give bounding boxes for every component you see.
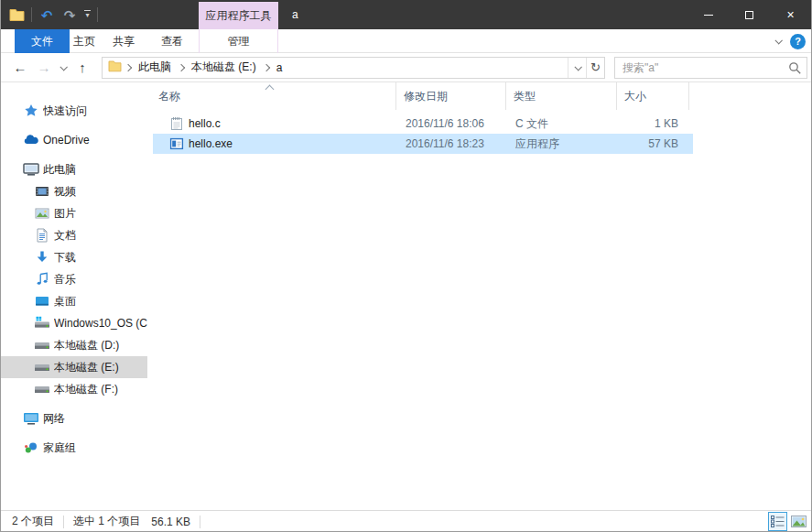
explorer-window: ↶ ↷ ▾ 应用程序工具 a × 文件 主页 共享 查看 管理 ? ← → ↑ — [0, 0, 812, 532]
folder-icon[interactable] — [8, 4, 25, 26]
sidebar-item[interactable]: 本地磁盘 (E:) — [1, 356, 147, 378]
tab-view[interactable]: 查看 — [152, 29, 192, 53]
documents-icon — [34, 228, 50, 243]
drive-icon — [34, 360, 50, 375]
statusbar-separator — [63, 516, 64, 528]
file-date: 2016/11/6 18:23 — [396, 137, 506, 150]
homegroup-icon — [23, 440, 39, 455]
sidebar-item-label: 桌面 — [54, 294, 76, 309]
breadcrumb-chevron-icon — [178, 63, 185, 71]
sidebar-item[interactable]: 音乐 — [1, 268, 147, 290]
breadcrumb-this-pc[interactable]: 此电脑 — [135, 60, 175, 75]
file-row[interactable]: hello.c 2016/11/6 18:06 C 文件 1 KB — [153, 114, 693, 134]
file-size: 1 KB — [617, 117, 684, 130]
undo-icon[interactable]: ↶ — [38, 4, 55, 26]
toolbar-separator — [31, 7, 32, 22]
sidebar-item[interactable]: 视频 — [1, 180, 147, 202]
sidebar-item[interactable]: OneDrive — [1, 129, 147, 151]
star-icon — [23, 103, 39, 118]
sidebar-item[interactable]: 下载 — [1, 246, 147, 268]
sidebar-item-label: 下载 — [54, 250, 76, 266]
tab-home[interactable]: 主页 — [64, 29, 104, 53]
sidebar-item-label: 图片 — [54, 206, 76, 222]
sidebar-item[interactable]: 网络 — [1, 407, 147, 429]
drive-icon — [34, 338, 50, 353]
column-header-type[interactable]: 类型 — [506, 82, 617, 110]
sidebar-item[interactable]: 此电脑 — [1, 158, 147, 180]
file-name: hello.exe — [189, 137, 233, 150]
videos-icon — [34, 184, 50, 199]
search-box — [614, 57, 807, 79]
close-button[interactable]: × — [770, 0, 811, 29]
file-type: C 文件 — [506, 116, 617, 132]
downloads-icon — [34, 250, 50, 265]
network-icon — [23, 411, 39, 426]
refresh-icon[interactable]: ↻ — [586, 58, 604, 78]
sidebar-item[interactable]: Windows10_OS (C:) — [1, 312, 147, 334]
file-type: 应用程序 — [506, 136, 617, 152]
file-name: hello.c — [189, 117, 221, 130]
sidebar-item-label: 视频 — [54, 184, 76, 200]
maximize-icon — [745, 11, 753, 19]
sidebar-item-label: 此电脑 — [43, 162, 76, 178]
exe-file-icon — [169, 136, 184, 151]
ribbon-collapse-chevron-icon[interactable] — [774, 37, 782, 44]
forward-button[interactable]: → — [32, 56, 56, 80]
thumbnails-view-button[interactable] — [789, 512, 808, 531]
redo-icon[interactable]: ↷ — [61, 4, 78, 26]
navigation-pane: 快速访问 OneDrive 此电脑 视频 图片 文档 下载 音乐 桌面 Wind… — [1, 82, 147, 510]
titlebar: ↶ ↷ ▾ 应用程序工具 a × — [1, 0, 811, 29]
tab-manage[interactable]: 管理 — [199, 29, 278, 53]
maximize-button[interactable] — [729, 0, 770, 29]
sidebar-item[interactable]: 图片 — [1, 202, 147, 224]
column-header-date[interactable]: 修改日期 — [396, 82, 506, 110]
sidebar-item[interactable]: 家庭组 — [1, 437, 147, 459]
customize-toolbar-dropdown-icon[interactable]: ▾ — [84, 10, 91, 19]
context-tab-application-tools[interactable]: 应用程序工具 — [199, 2, 278, 29]
tab-file[interactable]: 文件 — [15, 29, 70, 53]
os-drive-icon — [34, 316, 50, 331]
selected-count: 选中 1 个项目 — [73, 514, 140, 529]
drive-icon — [34, 382, 50, 396]
pictures-icon — [34, 206, 50, 221]
column-header-name[interactable]: 名称 — [155, 82, 396, 110]
desktop-icon — [34, 294, 50, 309]
breadcrumb-drive-e[interactable]: 本地磁盘 (E:) — [188, 60, 260, 75]
computer-icon — [23, 162, 39, 177]
tab-share[interactable]: 共享 — [103, 29, 144, 53]
toolbar-separator — [97, 7, 98, 22]
window-controls: × — [687, 0, 811, 29]
column-header-size[interactable]: 大小 — [617, 82, 689, 110]
file-row[interactable]: hello.exe 2016/11/6 18:23 应用程序 57 KB — [153, 134, 693, 154]
address-bar[interactable]: 此电脑 本地磁盘 (E:) a ↻ — [102, 57, 605, 79]
sidebar-item-label: 网络 — [43, 411, 65, 427]
c-file-icon — [169, 116, 184, 131]
details-view-button[interactable] — [768, 512, 787, 531]
sidebar-item[interactable]: 桌面 — [1, 290, 147, 312]
file-list-pane: 名称 修改日期 类型 大小 hello.c 2016/11/6 18:06 C … — [147, 82, 811, 510]
sidebar-item[interactable]: 快速访问 — [1, 100, 147, 122]
search-icon[interactable] — [788, 61, 802, 79]
minimize-icon — [704, 15, 713, 16]
sidebar-item-label: 家庭组 — [43, 440, 76, 456]
sidebar-item[interactable]: 本地磁盘 (D:) — [1, 334, 147, 356]
minimize-button[interactable] — [687, 0, 729, 29]
window-title: a — [292, 0, 298, 29]
sidebar-item[interactable]: 文档 — [1, 224, 147, 246]
music-icon — [34, 272, 50, 287]
statusbar-separator — [200, 516, 200, 528]
address-dropdown-chevron-icon[interactable] — [568, 58, 586, 78]
sidebar-item[interactable]: 本地磁盘 (F:) — [1, 378, 147, 400]
sidebar-item-label: 音乐 — [54, 272, 76, 288]
sidebar-item-label: OneDrive — [43, 134, 90, 147]
back-button[interactable]: ← — [8, 56, 32, 80]
sidebar-item-label: 本地磁盘 (E:) — [54, 360, 119, 375]
up-button[interactable]: ↑ — [70, 56, 94, 80]
sidebar-item-label: 快速访问 — [43, 103, 87, 119]
breadcrumb-current-folder[interactable]: a — [273, 61, 287, 74]
recent-locations-chevron-icon[interactable] — [56, 56, 70, 80]
item-count: 2 个项目 — [12, 514, 54, 529]
help-icon[interactable]: ? — [790, 34, 806, 49]
main-area: 快速访问 OneDrive 此电脑 视频 图片 文档 下载 音乐 桌面 Wind… — [1, 82, 811, 510]
search-input[interactable] — [615, 58, 807, 78]
